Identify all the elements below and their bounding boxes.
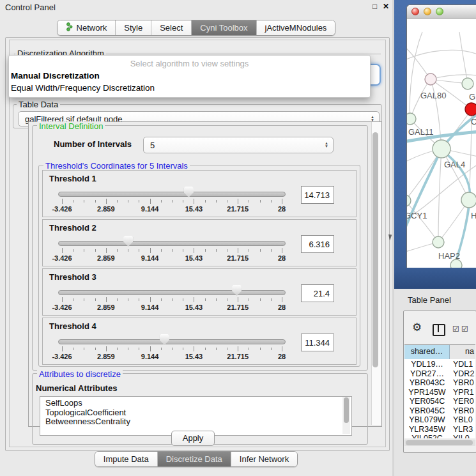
tick-label: 2.859 — [97, 353, 115, 360]
number-of-intervals-label: Number of Intervals — [54, 139, 132, 149]
threshold-3-slider-track[interactable] — [58, 290, 286, 295]
table-horizontal-scrollbar[interactable] — [404, 440, 475, 446]
tick-label: 21.715 — [227, 205, 249, 213]
table-row[interactable]: YDL19…YDL1 — [404, 360, 475, 369]
table-row[interactable]: YER054CYER0 — [404, 397, 475, 406]
threshold-2-slider-track[interactable] — [58, 241, 286, 246]
network-canvas[interactable]: GAL80 G C GAL11 GAL4 GCY1 H HAP2 — [407, 19, 476, 268]
node-selected-red[interactable] — [465, 103, 476, 116]
bottom-tab-segmented-control: Impute Data Discretize Data Infer Networ… — [95, 451, 298, 467]
threshold-4-slider-ticks — [62, 346, 282, 352]
cell-name[interactable]: YPR1 — [450, 388, 475, 397]
cell-name[interactable]: YER0 — [450, 397, 475, 406]
node-right-mid[interactable] — [461, 192, 476, 208]
cell-shared-name[interactable]: YBR045C — [404, 406, 450, 416]
tick-label: 15.43 — [185, 353, 203, 360]
settings-scrollbar-thumb[interactable] — [372, 132, 378, 367]
number-of-intervals-combobox[interactable]: 5 ▲▼ — [143, 137, 334, 153]
tab-style[interactable]: Style — [116, 20, 151, 35]
table-row[interactable]: YBR043CYBR0 — [404, 378, 475, 388]
tick-label: 9.144 — [141, 303, 159, 311]
network-window-titlebar[interactable] — [407, 5, 476, 19]
cell-name[interactable]: YBL0 — [450, 415, 475, 425]
column-header-name[interactable]: na — [450, 345, 475, 359]
threshold-4-value-field[interactable]: 11.344 — [301, 334, 334, 351]
zoom-traffic-light[interactable] — [436, 8, 443, 15]
cell-name[interactable]: YBR0 — [450, 406, 475, 416]
cell-shared-name[interactable]: YLR345W — [404, 425, 450, 434]
cell-shared-name[interactable]: YBR043C — [404, 378, 450, 388]
tab-discretize-data[interactable]: Discretize Data — [158, 452, 231, 466]
list-item-betweennesscentrality[interactable]: BetweennessCentrality — [45, 417, 130, 426]
cell-shared-name[interactable]: YDL19… — [404, 360, 450, 369]
threshold-3-value-field[interactable]: 21.4 — [301, 284, 334, 302]
combo-stepper-icon[interactable]: ▲▼ — [325, 142, 333, 148]
attributes-list-scrollbar-thumb[interactable] — [344, 397, 349, 423]
cell-shared-name[interactable]: YER054C — [404, 397, 450, 406]
threshold-4-panel: Threshold 4 -3.426 2.859 9.144 15.43 21.… — [42, 318, 357, 365]
attributes-groupbox-title: Attributes to discretize — [37, 369, 123, 379]
cell-shared-name[interactable]: YDR27… — [404, 369, 450, 379]
list-item-topologicalcoefficient[interactable]: TopologicalCoefficient — [45, 408, 126, 417]
number-of-intervals-value: 5 — [144, 141, 325, 150]
table-data-groupbox-title: Table Data — [17, 100, 60, 109]
label-gcy1: GCY1 — [407, 211, 427, 220]
node-gcy1[interactable] — [407, 195, 411, 206]
tab-infer-network[interactable]: Infer Network — [231, 452, 297, 466]
node-gal4[interactable] — [433, 140, 450, 158]
popup-item-manual-discretization[interactable]: Manual Discretization — [11, 71, 100, 81]
label-gal4: GAL4 — [444, 160, 465, 169]
tab-network[interactable]: Network — [58, 20, 116, 35]
close-icon[interactable]: ✕ — [383, 2, 389, 11]
table-row[interactable]: YLR345WYLR3 — [404, 425, 475, 434]
table-row[interactable]: YDR27…YDR2 — [404, 369, 475, 379]
threshold-1-value-field[interactable]: 14.713 — [301, 186, 334, 204]
list-item-selfloops[interactable]: SelfLoops — [45, 398, 82, 408]
tab-cyni-toolbox[interactable]: Cyni Toolbox — [192, 20, 256, 35]
select-none-checkbox-icon[interactable]: ☑ — [461, 325, 468, 334]
table-row[interactable]: YPR145WYPR1 — [404, 388, 475, 397]
table-horizontal-scrollbar-thumb[interactable] — [406, 440, 473, 445]
column-header-shared-name[interactable]: shared… — [404, 345, 450, 359]
threshold-1-slider-track[interactable] — [58, 192, 286, 197]
table-panel-title: Table Panel — [408, 295, 451, 305]
threshold-4-slider-track[interactable] — [58, 339, 286, 344]
minimize-traffic-light[interactable] — [424, 8, 431, 15]
node-hap2[interactable] — [433, 236, 444, 248]
cell-name[interactable]: YDL1 — [450, 360, 475, 369]
popup-item-equal-width-frequency[interactable]: Equal Width/Frequency Discretization — [11, 83, 155, 93]
tab-style-label: Style — [124, 23, 142, 33]
table-row[interactable]: YBR045CYBR0 — [404, 406, 475, 416]
tab-impute-data[interactable]: Impute Data — [95, 452, 158, 466]
table-body[interactable]: YDL19…YDL1 YDR27…YDR2 YBR043CYBR0 YPR145… — [404, 359, 475, 438]
cell-shared-name[interactable]: YPR145W — [404, 388, 450, 397]
float-window-icon[interactable]: □ — [372, 2, 377, 11]
tab-jactivemnodules[interactable]: jActiveMNodules — [257, 20, 335, 35]
cell-name[interactable]: YDR2 — [450, 369, 475, 379]
close-traffic-light[interactable] — [411, 8, 419, 15]
node-gal11[interactable] — [407, 113, 416, 125]
cell-shared-name[interactable]: YBL079W — [404, 415, 450, 425]
show-columns-icon[interactable] — [433, 324, 445, 336]
cell-name[interactable]: YIL0 — [450, 434, 475, 438]
tick-label: 15.43 — [185, 254, 203, 262]
gear-icon[interactable]: ⚙ — [412, 322, 422, 333]
cell-name[interactable]: YLR3 — [450, 425, 475, 434]
node-top-right[interactable] — [462, 78, 473, 89]
tick-label: 28 — [278, 205, 286, 213]
node-gal80[interactable] — [425, 73, 436, 85]
network-nodes[interactable] — [407, 73, 476, 268]
control-panel-title: Control Panel — [5, 3, 56, 12]
tab-impute-data-label: Impute Data — [104, 454, 149, 464]
tab-select[interactable]: Select — [151, 20, 192, 35]
apply-button[interactable]: Apply — [171, 431, 215, 446]
cell-shared-name[interactable]: YIL052C — [404, 434, 450, 438]
select-all-checkbox-icon[interactable]: ☑ — [452, 325, 459, 334]
threshold-4-label: Threshold 4 — [49, 321, 96, 331]
cell-name[interactable]: YBR0 — [450, 378, 475, 388]
top-tab-bar: Network Style Select Cyni Toolbox jActiv… — [0, 20, 392, 36]
table-row[interactable]: YBL079WYBL0 — [404, 415, 475, 425]
threshold-2-value-field[interactable]: 6.316 — [301, 235, 334, 253]
numerical-attributes-list[interactable]: SelfLoops TopologicalCoefficient Between… — [40, 396, 352, 436]
table-row[interactable]: YIL052CYIL0 — [404, 434, 475, 438]
